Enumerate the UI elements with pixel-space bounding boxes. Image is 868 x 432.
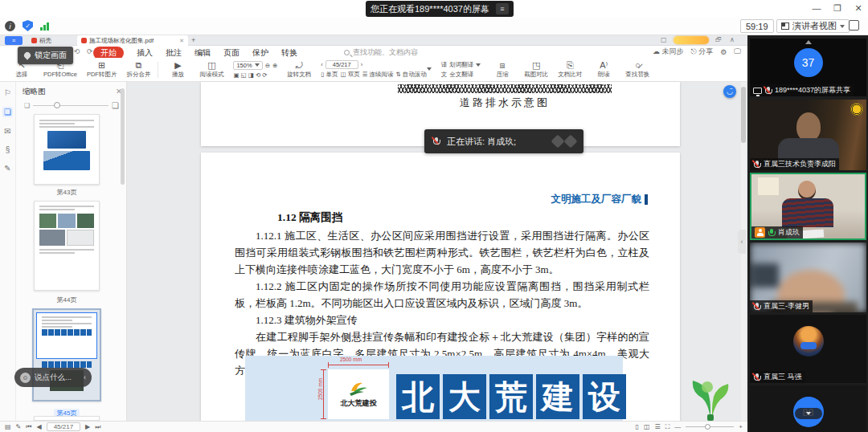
pdf-file-icon: [81, 38, 87, 43]
ribbon-page-indicator[interactable]: 45/217: [326, 60, 358, 69]
maximize-button[interactable]: ❐: [831, 2, 844, 14]
view-mode-selector[interactable]: 演讲者视图: [776, 19, 850, 33]
zoom-in-icon[interactable]: ⊕: [272, 62, 277, 69]
slider-knob[interactable]: [54, 102, 60, 108]
view-mode-label: 演讲者视图: [792, 20, 837, 32]
attachments-icon[interactable]: §: [6, 145, 10, 154]
menu-annotate[interactable]: 批注: [166, 47, 182, 59]
tool-compress[interactable]: ⧈压缩: [490, 60, 514, 79]
banner-menu-icon[interactable]: ≡: [496, 3, 509, 14]
zoom-level-select[interactable]: 150%: [233, 61, 262, 70]
tool-play[interactable]: ▶播放: [166, 60, 190, 79]
thumbnail-page-43[interactable]: [34, 114, 100, 185]
full-translate-button[interactable]: 文 全文翻译: [441, 71, 481, 79]
tool-doc-compare[interactable]: ⎘文档比对: [558, 60, 582, 79]
meeting-info-icon[interactable]: i: [5, 21, 15, 31]
comments-icon[interactable]: ✉: [4, 127, 10, 136]
emoji-icon[interactable]: ☺: [20, 373, 31, 383]
view-double-icon[interactable]: ◫: [644, 423, 650, 430]
tool-find-replace[interactable]: ○̷查找替换: [625, 60, 649, 79]
menu-page[interactable]: 页面: [223, 47, 240, 59]
next-page-icon-status[interactable]: ▶: [85, 423, 90, 430]
participant-tile-maqiang[interactable]: 直属三 马强: [750, 315, 866, 383]
translate-group: 译 划词翻译 文 全文翻译: [441, 61, 481, 79]
minimize-button[interactable]: —: [810, 2, 823, 14]
participant-tile-xiaochengjiu-active[interactable]: 肖成玖: [750, 173, 866, 240]
close-button[interactable]: ✕: [852, 2, 865, 14]
fullscreen-icon[interactable]: [849, 20, 859, 31]
tool-read-mode[interactable]: ◫阅读模式: [199, 60, 223, 79]
speaking-toast-text: 正在讲话: 肖成玖;: [447, 136, 516, 148]
tool-rotate-doc[interactable]: ⤾旋转文档: [287, 60, 311, 79]
network-signal-icon[interactable]: [40, 22, 49, 31]
participant-tile-screenshare[interactable]: 37 189****4037的屏幕共享: [750, 39, 866, 96]
tool-read-aloud[interactable]: A⁾朗读: [592, 60, 616, 79]
tab-docer[interactable]: 稻壳: [27, 36, 55, 45]
menu-insert[interactable]: 插入: [137, 47, 153, 59]
continuous-button[interactable]: ☰ 连续阅读: [362, 71, 394, 79]
status-zoom-slider[interactable]: [686, 426, 734, 427]
thumbnail-size-slider[interactable]: ❏ ❏: [24, 101, 119, 110]
view-fullscreen-icon[interactable]: ⛶: [665, 423, 670, 431]
menu-protect[interactable]: 保护: [252, 47, 268, 59]
chat-input-placeholder[interactable]: 说点什么...: [35, 373, 72, 383]
message-icon[interactable]: ▢: [661, 36, 667, 43]
status-zoom-out-icon[interactable]: —: [674, 423, 681, 430]
search-input[interactable]: 查找功能、文档内容: [344, 47, 418, 58]
view-continuous-icon[interactable]: ☰: [655, 423, 661, 430]
thumbnail-scrollbar[interactable]: [121, 88, 125, 185]
share-button[interactable]: ⎋ 分享: [691, 47, 714, 57]
autoscroll-button[interactable]: ⇅ 自动滚动: [395, 71, 431, 79]
fit-rotate-icons[interactable]: ▣ ◱ ◨ ⟲ ⟳: [233, 71, 277, 79]
sync-status[interactable]: ☁ 未同步: [653, 47, 684, 57]
zoom-out-icon[interactable]: ⊖: [265, 62, 270, 69]
tab-close-icon[interactable]: ✕: [179, 38, 184, 44]
ai-assistant-button[interactable]: ◡̈: [723, 85, 736, 98]
new-tab-button[interactable]: +: [191, 36, 195, 44]
menu-edit[interactable]: 编辑: [194, 47, 211, 59]
zoom-group: 150% ⊖ ⊕ ▣ ◱ ◨ ⟲ ⟳: [233, 61, 277, 79]
chat-quick-bar[interactable]: ☺ 说点什么... ‹: [14, 368, 92, 387]
tool-pdf-to-image[interactable]: ⊞PDF转图片: [87, 60, 117, 79]
participant-tile-licheng-yang[interactable]: 直属三技术负责李成阳: [750, 100, 866, 170]
display-icon[interactable]: 🖵: [734, 47, 741, 56]
status-page-indicator[interactable]: 45/217: [47, 422, 80, 431]
scroll-up-icon[interactable]: [805, 40, 812, 44]
double-page-button[interactable]: ◫ 双页: [340, 71, 359, 79]
thumbnails-icon[interactable]: ❏: [2, 107, 13, 117]
participant-tile-partial[interactable]: 88: [750, 385, 866, 432]
view-single-icon[interactable]: ▯: [636, 423, 639, 430]
tab-document-label: 施工现场标准化图集.pdf: [89, 37, 154, 45]
banner-char: 北: [396, 374, 440, 419]
watching-banner-text: 您正在观看189****4037的屏幕: [371, 3, 489, 15]
doc-paragraph-3: 1.12.3 建筑物外架宣传: [235, 312, 649, 328]
next-page-icon[interactable]: ›: [361, 61, 363, 68]
member-promo-button[interactable]: [674, 36, 709, 44]
last-page-icon[interactable]: ⏭: [95, 423, 100, 431]
restore-icon[interactable]: 🗗: [715, 36, 722, 43]
scroll-down-button[interactable]: [795, 408, 822, 419]
word-translate-button[interactable]: 译 划词翻译: [441, 61, 481, 69]
chat-collapse-icon[interactable]: ‹: [84, 373, 86, 381]
wps-home-button[interactable]: ≡: [5, 36, 23, 45]
bookmark-icon[interactable]: ⚐: [4, 88, 11, 97]
thumbnail-page-45-current[interactable]: [32, 308, 101, 401]
participant-name: 189****4037的屏幕共享: [775, 85, 850, 96]
statusbar-annotate-icon[interactable]: ▤: [5, 423, 11, 430]
collapse-icon[interactable]: ∧: [730, 36, 735, 43]
sidebar-collapse-handle[interactable]: ‹: [738, 230, 746, 254]
single-page-button[interactable]: ▯ 单页: [321, 71, 338, 79]
prev-page-icon[interactable]: ‹: [321, 61, 323, 68]
tool-screenshot-compare[interactable]: ◳截图对比: [524, 60, 548, 79]
first-page-icon[interactable]: ⏮: [26, 423, 31, 431]
prev-page-icon-status[interactable]: ◀: [36, 423, 41, 430]
tool-split-merge[interactable]: ⧉拆分合并: [126, 60, 150, 79]
status-zoom-in-icon[interactable]: +: [739, 423, 743, 430]
thumbnail-page-44[interactable]: [34, 201, 100, 291]
statusbar-edit-icon[interactable]: ✎: [16, 423, 22, 430]
settings-gear-icon[interactable]: ⚙: [720, 48, 727, 56]
signature-icon[interactable]: ✎: [4, 164, 10, 173]
tab-document[interactable]: 施工现场标准化图集.pdf ✕: [77, 35, 188, 46]
menu-convert[interactable]: 转换: [281, 47, 297, 59]
participant-tile-lijiannan[interactable]: 直属三-李健男: [750, 242, 866, 312]
